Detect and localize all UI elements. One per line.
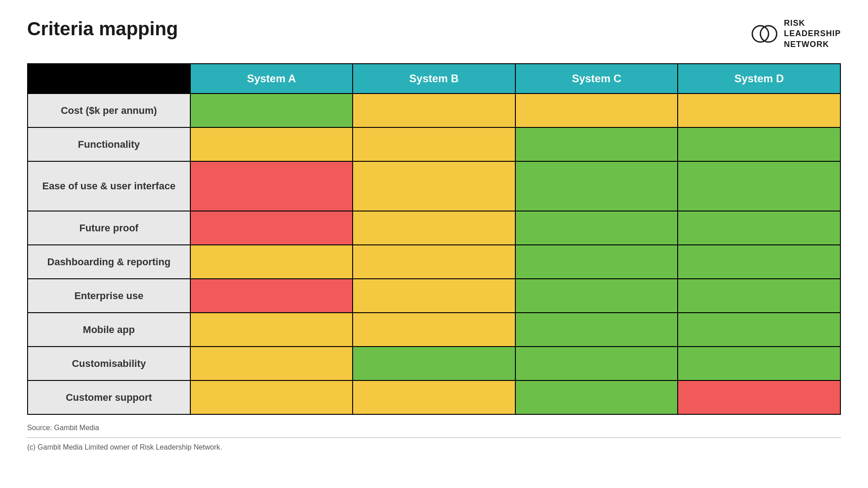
table-row: Customer support (28, 380, 840, 414)
cell-2-3 (678, 161, 840, 211)
cell-7-2 (515, 347, 678, 380)
cell-5-1 (353, 279, 515, 313)
row-label: Cost ($k per annum) (28, 94, 190, 127)
copyright-text: (c) Gambit Media Limited owner of Risk L… (27, 443, 841, 451)
table-row: Functionality (28, 127, 840, 161)
cell-0-3 (678, 94, 840, 127)
table-header-system-a: System A (190, 64, 353, 94)
cell-4-2 (515, 245, 678, 279)
cell-4-1 (353, 245, 515, 279)
cell-0-1 (353, 94, 515, 127)
table-header-system-b: System B (353, 64, 515, 94)
row-label: Enterprise use (28, 279, 190, 313)
cell-1-1 (353, 127, 515, 161)
cell-4-3 (678, 245, 840, 279)
row-label: Dashboarding & reporting (28, 245, 190, 279)
cell-0-2 (515, 94, 678, 127)
cell-8-1 (353, 380, 515, 414)
cell-3-2 (515, 211, 678, 245)
cell-8-0 (190, 380, 353, 414)
row-label: Mobile app (28, 313, 190, 347)
cell-8-2 (515, 380, 678, 414)
cell-6-3 (678, 313, 840, 347)
cell-4-0 (190, 245, 353, 279)
cell-8-3 (678, 380, 840, 414)
cell-3-1 (353, 211, 515, 245)
logo-icon (750, 20, 778, 47)
table-row: Cost ($k per annum) (28, 94, 840, 127)
criteria-table: System A System B System C System D Cost… (27, 63, 841, 415)
cell-7-1 (353, 347, 515, 380)
row-label: Customisability (28, 347, 190, 380)
cell-3-0 (190, 211, 353, 245)
logo-container: RISK LEADERSHIP NETWORK (750, 18, 841, 50)
cell-3-3 (678, 211, 840, 245)
cell-6-2 (515, 313, 678, 347)
row-label: Customer support (28, 380, 190, 414)
footer-section: Source: Gambit Media (c) Gambit Media Li… (27, 424, 841, 451)
table-row: Ease of use & user interface (28, 161, 840, 211)
page-title: Criteria mapping (27, 18, 178, 40)
table-row: Dashboarding & reporting (28, 245, 840, 279)
cell-5-2 (515, 279, 678, 313)
cell-2-2 (515, 161, 678, 211)
page-container: Criteria mapping RISK LEADERSHIP NETWORK… (0, 0, 868, 488)
cell-7-0 (190, 347, 353, 380)
cell-2-0 (190, 161, 353, 211)
row-label: Future proof (28, 211, 190, 245)
divider (27, 437, 841, 438)
cell-7-3 (678, 347, 840, 380)
table-header-criteria (28, 64, 190, 94)
cell-1-3 (678, 127, 840, 161)
table-header-system-d: System D (678, 64, 840, 94)
cell-6-0 (190, 313, 353, 347)
cell-0-0 (190, 94, 353, 127)
row-label: Functionality (28, 127, 190, 161)
logo-text: RISK LEADERSHIP NETWORK (784, 18, 841, 50)
source-text: Source: Gambit Media (27, 424, 841, 432)
cell-1-0 (190, 127, 353, 161)
header-row: Criteria mapping RISK LEADERSHIP NETWORK (27, 18, 841, 50)
cell-6-1 (353, 313, 515, 347)
row-label: Ease of use & user interface (28, 161, 190, 211)
table-row: Mobile app (28, 313, 840, 347)
table-header-system-c: System C (515, 64, 678, 94)
table-row: Future proof (28, 211, 840, 245)
cell-2-1 (353, 161, 515, 211)
cell-5-3 (678, 279, 840, 313)
table-row: Customisability (28, 347, 840, 380)
cell-1-2 (515, 127, 678, 161)
table-row: Enterprise use (28, 279, 840, 313)
cell-5-0 (190, 279, 353, 313)
